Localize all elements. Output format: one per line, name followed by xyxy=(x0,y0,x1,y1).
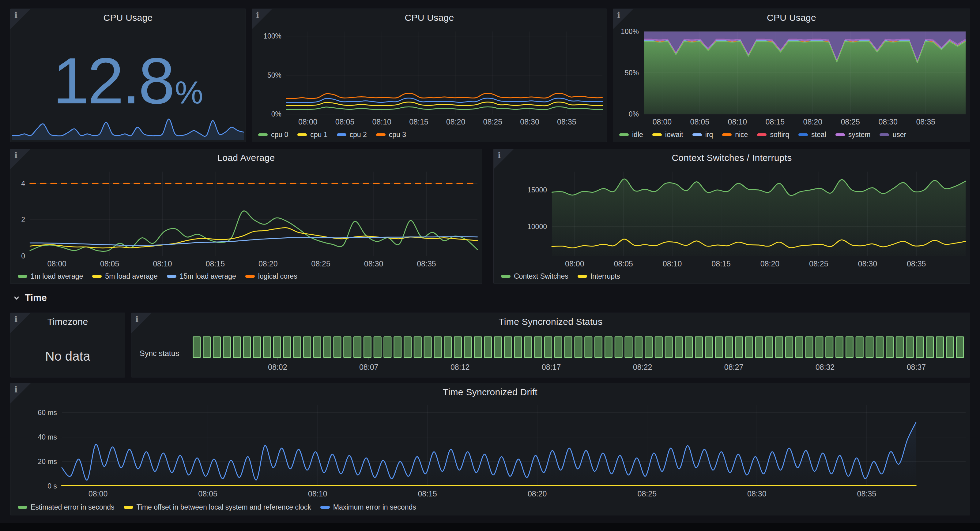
svg-text:08:35: 08:35 xyxy=(857,490,877,498)
info-icon: i xyxy=(14,314,18,324)
svg-text:08:05: 08:05 xyxy=(198,490,218,498)
info-icon: i xyxy=(14,151,18,160)
panel-title: CPU Usage xyxy=(613,9,970,27)
legend-item[interactable]: irq xyxy=(692,131,713,139)
panel-cpu-usage-per-core: i CPU Usage 0%50%100%08:0008:0508:1008:1… xyxy=(252,9,607,142)
legend-item[interactable]: user xyxy=(880,131,906,139)
section-label: Time xyxy=(25,292,47,303)
svg-text:08:25: 08:25 xyxy=(637,490,657,498)
svg-text:08:05: 08:05 xyxy=(100,259,119,268)
legend-item[interactable]: nice xyxy=(722,131,748,139)
svg-text:08:15: 08:15 xyxy=(206,259,225,268)
legend-item[interactable]: idle xyxy=(619,131,643,139)
legend-label: Maximum error in seconds xyxy=(333,503,416,511)
legend-item[interactable]: cpu 1 xyxy=(298,131,328,139)
svg-text:08:25: 08:25 xyxy=(483,117,503,126)
legend-label: logical cores xyxy=(258,272,298,281)
legend-item[interactable]: 15m load average xyxy=(167,272,236,281)
svg-text:0 s: 0 s xyxy=(48,482,57,490)
legend-item[interactable]: Time offset in between local system and … xyxy=(124,503,311,511)
legend-label: Context Switches xyxy=(514,272,568,281)
svg-text:08:25: 08:25 xyxy=(809,259,829,268)
info-icon: i xyxy=(135,314,138,324)
svg-text:0: 0 xyxy=(21,252,25,260)
svg-text:0%: 0% xyxy=(629,110,639,118)
legend-item[interactable]: cpu 0 xyxy=(258,131,288,139)
chart-legend: 1m load average5m load average15m load a… xyxy=(18,272,298,281)
legend-swatch xyxy=(501,275,511,278)
legend-label: 5m load average xyxy=(105,272,158,281)
svg-text:08:10: 08:10 xyxy=(663,259,682,268)
svg-text:08:15: 08:15 xyxy=(418,490,437,498)
chart-legend: idleiowaitirqnicesoftirqstealsystemuser xyxy=(619,131,906,139)
svg-text:08:10: 08:10 xyxy=(308,490,328,498)
legend-swatch xyxy=(799,133,808,136)
bottom-bar xyxy=(0,523,980,531)
sync-status-timeline[interactable]: 08:0208:0708:1208:1708:2208:2708:3208:37 xyxy=(131,329,970,377)
legend-swatch xyxy=(619,133,629,136)
svg-text:10000: 10000 xyxy=(527,223,547,231)
svg-text:08:30: 08:30 xyxy=(747,490,767,498)
svg-text:40 ms: 40 ms xyxy=(38,433,57,441)
info-icon: i xyxy=(617,10,620,20)
cpu-per-core-chart[interactable]: 0%50%100%08:0008:0508:1008:1508:2008:250… xyxy=(252,27,607,126)
svg-text:2: 2 xyxy=(21,216,25,223)
context-switches-chart[interactable]: 100001500008:0008:0508:1008:1508:2008:25… xyxy=(494,167,970,268)
legend-item[interactable]: iowait xyxy=(652,131,683,139)
cpu-stacked-area-chart[interactable]: 0%50%100%08:0008:0508:1008:1508:2008:250… xyxy=(613,27,970,126)
panel-title: CPU Usage xyxy=(252,9,607,27)
panel-title: Time Syncronized Status xyxy=(131,313,970,331)
svg-text:08:07: 08:07 xyxy=(359,363,379,371)
svg-text:60 ms: 60 ms xyxy=(38,409,57,417)
legend-item[interactable]: system xyxy=(835,131,871,139)
svg-text:100%: 100% xyxy=(263,32,282,40)
svg-text:08:20: 08:20 xyxy=(528,490,547,498)
svg-text:08:30: 08:30 xyxy=(520,117,539,126)
load-average-chart[interactable]: 02408:0008:0508:1008:1508:2008:2508:3008… xyxy=(10,167,482,268)
panel-title: CPU Usage xyxy=(10,9,246,27)
svg-text:08:27: 08:27 xyxy=(724,363,744,371)
svg-text:08:20: 08:20 xyxy=(803,117,822,126)
svg-text:50%: 50% xyxy=(267,71,282,79)
legend-label: Time offset in between local system and … xyxy=(137,503,311,511)
legend-swatch xyxy=(692,133,702,136)
svg-text:08:35: 08:35 xyxy=(417,259,436,268)
svg-text:08:17: 08:17 xyxy=(542,363,561,371)
legend-item[interactable]: cpu 3 xyxy=(376,131,406,139)
svg-text:100%: 100% xyxy=(621,27,639,35)
legend-item[interactable]: Interrupts xyxy=(578,272,620,281)
svg-text:08:15: 08:15 xyxy=(711,259,731,268)
stat-value-group: 12.8 % xyxy=(10,48,246,114)
svg-text:08:32: 08:32 xyxy=(816,363,835,371)
stat-unit: % xyxy=(175,76,203,108)
legend-item[interactable]: Estimated error in seconds xyxy=(18,503,115,511)
legend-label: iowait xyxy=(665,131,683,139)
svg-text:08:05: 08:05 xyxy=(335,117,355,126)
legend-item[interactable]: steal xyxy=(799,131,826,139)
legend-item[interactable]: Maximum error in seconds xyxy=(320,503,416,511)
svg-text:50%: 50% xyxy=(625,69,639,77)
legend-label: system xyxy=(848,131,871,139)
svg-text:08:05: 08:05 xyxy=(614,259,633,268)
panel-cpu-usage-stat: i CPU Usage 12.8 % xyxy=(10,9,246,142)
time-drift-chart[interactable]: 0 s20 ms40 ms60 ms08:0008:0508:1008:1508… xyxy=(10,400,970,498)
svg-text:08:30: 08:30 xyxy=(364,259,383,268)
legend-swatch xyxy=(167,275,177,278)
cpu-usage-sparkline[interactable] xyxy=(12,114,244,140)
section-header-time[interactable]: Time xyxy=(12,290,47,306)
info-icon: i xyxy=(498,151,501,160)
legend-item[interactable]: cpu 2 xyxy=(337,131,367,139)
legend-item[interactable]: 5m load average xyxy=(92,272,158,281)
legend-swatch xyxy=(757,133,767,136)
legend-item[interactable]: 1m load average xyxy=(18,272,83,281)
svg-text:08:12: 08:12 xyxy=(450,363,470,371)
legend-item[interactable]: logical cores xyxy=(245,272,298,281)
legend-label: Estimated error in seconds xyxy=(30,503,115,511)
legend-item[interactable]: softirq xyxy=(757,131,789,139)
legend-label: cpu 0 xyxy=(271,131,288,139)
svg-text:08:35: 08:35 xyxy=(907,259,926,268)
legend-item[interactable]: Context Switches xyxy=(501,272,568,281)
info-icon: i xyxy=(14,385,18,394)
svg-text:08:10: 08:10 xyxy=(728,117,747,126)
info-icon: i xyxy=(256,10,259,20)
